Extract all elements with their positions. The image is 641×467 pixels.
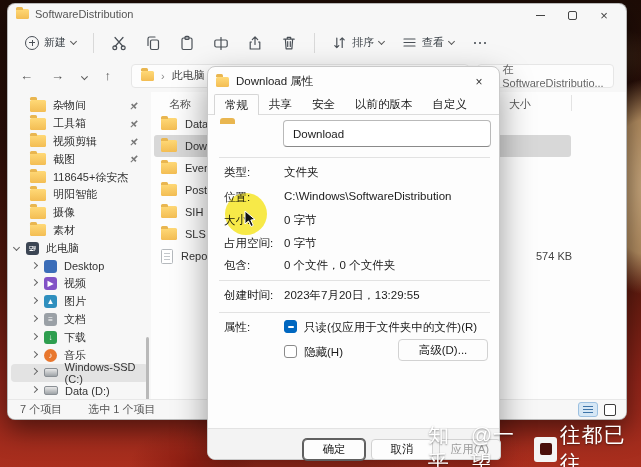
sidebar-item-pinned-4[interactable]: 118645+徐安杰	[8, 168, 151, 186]
mouse-cursor	[243, 210, 258, 228]
folder-icon	[216, 77, 229, 87]
up-button[interactable]: ↑	[105, 68, 112, 83]
sidebar-item-pinned-3[interactable]: 截图	[8, 150, 151, 168]
view-button[interactable]: 查看	[395, 30, 461, 55]
share-button[interactable]	[240, 30, 270, 56]
sidebar-item-pinned-0[interactable]: 杂物间	[8, 97, 151, 115]
chevron-collapsed-icon[interactable]	[31, 262, 38, 269]
chevron-collapsed-icon[interactable]	[31, 279, 38, 286]
sidebar-item-videos[interactable]: ▶ 视频	[8, 275, 151, 293]
folder-icon	[161, 140, 177, 152]
this-pc-icon: 🖳	[26, 242, 39, 255]
breadcrumb-this-pc[interactable]: 此电脑	[172, 68, 205, 83]
recent-locations-chevron[interactable]	[81, 73, 88, 80]
trash-icon	[281, 35, 297, 51]
folder-icon	[30, 189, 46, 201]
tab-general[interactable]: 常规	[214, 94, 259, 115]
dialog-title-bar: Download 属性	[216, 74, 313, 89]
music-icon: ♪	[44, 349, 57, 362]
more-options-button[interactable]	[465, 30, 495, 56]
paste-button[interactable]	[172, 30, 202, 56]
chevron-collapsed-icon[interactable]	[31, 386, 38, 393]
more-icon	[472, 35, 488, 51]
sidebar-item-label: 文档	[64, 312, 86, 327]
close-button[interactable]: ×	[588, 4, 620, 26]
pin-icon	[129, 154, 139, 164]
back-button[interactable]: ←	[20, 68, 33, 83]
maximize-button[interactable]	[556, 4, 588, 26]
item-count: 7 个项目	[20, 402, 62, 417]
sidebar-item-downloads[interactable]: ↓ 下载	[8, 328, 151, 346]
document-icon	[161, 249, 173, 264]
size-value: 0 字节	[284, 213, 317, 228]
new-label: 新建	[44, 35, 66, 50]
view-label: 查看	[422, 35, 444, 50]
tab-sharing[interactable]: 共享	[259, 94, 302, 114]
chevron-collapsed-icon[interactable]	[31, 351, 38, 358]
cut-button[interactable]	[104, 30, 134, 56]
readonly-checkbox[interactable]	[284, 320, 297, 333]
sidebar-item-windows-ssd[interactable]: Windows-SSD (C:)	[11, 364, 148, 382]
sidebar-item-pinned-7[interactable]: 素材	[8, 222, 151, 240]
sidebar-item-documents[interactable]: ≡ 文档	[8, 311, 151, 329]
sidebar-item-pinned-6[interactable]: 摄像	[8, 204, 151, 222]
sidebar-item-pictures[interactable]: ▲ 图片	[8, 293, 151, 311]
close-icon: ×	[475, 75, 482, 89]
sort-label: 排序	[352, 35, 374, 50]
new-button[interactable]: 新建	[18, 30, 83, 55]
folder-name-input[interactable]: Download	[283, 120, 491, 147]
sidebar-scrollbar[interactable]	[146, 337, 149, 399]
tab-previous-versions[interactable]: 以前的版本	[345, 94, 423, 114]
sidebar-item-pinned-5[interactable]: 明阳智能	[8, 186, 151, 204]
rename-button[interactable]	[206, 30, 236, 56]
sidebar-item-desktop[interactable]: Desktop	[8, 257, 151, 275]
paste-icon	[179, 35, 195, 51]
close-icon: ×	[600, 9, 608, 22]
chevron-expanded-icon[interactable]	[13, 244, 20, 251]
chevron-collapsed-icon[interactable]	[31, 333, 38, 340]
ok-button[interactable]: 确定	[303, 439, 365, 460]
readonly-label: 只读(仅应用于文件夹中的文件)(R)	[304, 320, 477, 335]
attributes-label: 属性:	[224, 320, 250, 335]
sidebar-item-pinned-2[interactable]: 视频剪辑	[8, 133, 151, 151]
details-view-toggle[interactable]	[578, 402, 598, 417]
sidebar-item-pinned-1[interactable]: 工具箱	[8, 115, 151, 133]
watermark-user-prefix: @一望	[471, 421, 532, 467]
folder-name-value: Download	[293, 128, 344, 140]
column-header-size[interactable]: 大小	[509, 97, 531, 112]
dialog-tabs: 常规 共享 安全 以前的版本 自定义	[214, 94, 477, 114]
delete-button[interactable]	[274, 30, 304, 56]
chevron-collapsed-icon[interactable]	[31, 315, 38, 322]
column-header-name[interactable]: 名称	[169, 97, 191, 112]
drive-icon	[44, 368, 58, 377]
copy-button[interactable]	[138, 30, 168, 56]
dialog-close-button[interactable]: ×	[467, 72, 491, 91]
created-value: 2023年7月20日，13:29:55	[284, 288, 420, 303]
sidebar-item-this-pc[interactable]: 🖳 此电脑	[8, 239, 151, 257]
minimize-button[interactable]	[524, 4, 556, 26]
sidebar-item-label: 工具箱	[53, 116, 86, 131]
sidebar-item-label: 明阳智能	[53, 187, 97, 202]
sidebar-item-data-drive[interactable]: Data (D:)	[8, 382, 151, 399]
watermark: 知乎 @一望 往都已往 ID:69598836	[428, 421, 641, 467]
column-divider[interactable]	[571, 95, 572, 111]
contains-label: 包含:	[224, 258, 250, 273]
tab-security[interactable]: 安全	[302, 94, 345, 114]
divider	[219, 280, 490, 281]
chevron-collapsed-icon[interactable]	[31, 368, 38, 375]
hidden-checkbox[interactable]	[284, 345, 297, 358]
forward-button[interactable]: →	[51, 68, 64, 83]
chevron-down-icon	[70, 38, 77, 45]
advanced-button[interactable]: 高级(D)...	[398, 339, 488, 361]
divider	[219, 157, 490, 158]
window-tab[interactable]: SoftwareDistribution	[16, 8, 133, 20]
chevron-collapsed-icon[interactable]	[31, 297, 38, 304]
thumbnail-view-toggle[interactable]	[604, 404, 616, 416]
sidebar-item-label: 图片	[64, 294, 86, 309]
sort-button[interactable]: 排序	[325, 30, 391, 55]
minimize-icon	[536, 15, 545, 16]
videos-icon: ▶	[44, 277, 57, 290]
tab-customize[interactable]: 自定义	[423, 94, 478, 114]
cancel-button[interactable]: 取消	[371, 439, 433, 460]
folder-icon	[30, 153, 46, 165]
